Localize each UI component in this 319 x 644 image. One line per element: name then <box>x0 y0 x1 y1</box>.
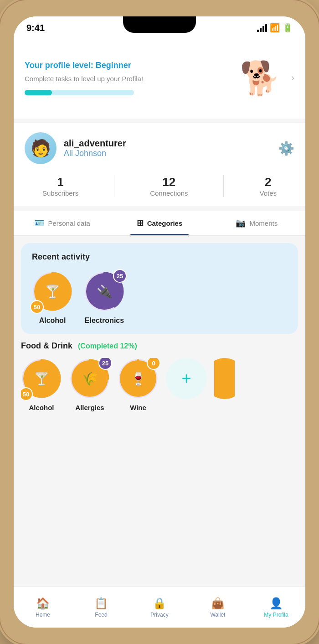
alcohol-badge: 50 <box>30 300 44 314</box>
stat-votes-value: 2 <box>259 175 277 189</box>
scroll-area: Your profile level: Beginner Complete ta… <box>14 39 305 587</box>
food-circle-alcohol: 🍸 50 <box>21 358 62 399</box>
avatar-emoji: 🧑 <box>31 139 51 158</box>
food-items: 🍸 50 Alcohol 🌾 25 <box>21 358 298 411</box>
nav-my-profila[interactable]: 👤 My Profila <box>247 587 305 628</box>
profile-names: ali_adventurer Ali Johnson <box>64 138 278 158</box>
stat-subscribers[interactable]: 1 Subscribers <box>42 175 78 197</box>
stat-divider-2 <box>223 175 224 197</box>
bottom-spacer <box>14 419 305 428</box>
activity-item-electronics[interactable]: 🔌 25 Electronics <box>84 271 125 325</box>
electronics-label: Electronics <box>85 317 124 325</box>
recent-activity-section: Recent activity 🍸 50 Alcohol <box>21 243 298 334</box>
electronics-badge: 25 <box>113 269 127 283</box>
tab-categories[interactable]: ⊞ Categories <box>111 211 208 235</box>
food-add-item[interactable]: + <box>166 358 207 411</box>
banner-text: Your profile level: Beginner Complete ta… <box>25 61 233 95</box>
nav-home[interactable]: 🏠 Home <box>14 587 72 628</box>
activity-item-alcohol[interactable]: 🍸 50 Alcohol <box>32 271 73 325</box>
tab-personal-data[interactable]: 🪪 Personal data <box>14 211 111 235</box>
food-title: Food & Drink <box>21 341 72 351</box>
phone-frame: 9:41 📶 🔋 Your profile level: Be <box>0 0 319 644</box>
categories-icon: ⊞ <box>137 218 144 228</box>
status-time: 9:41 <box>26 23 45 33</box>
stat-votes-label: Votes <box>259 189 277 197</box>
phone-screen: 9:41 📶 🔋 Your profile level: Be <box>14 16 305 628</box>
nav-privacy[interactable]: 🔒 Privacy <box>130 587 189 628</box>
food-drink-section: Food & Drink (Completed 12%) 🍸 50 <box>14 341 305 419</box>
wallet-icon: 👜 <box>211 597 225 610</box>
stat-connections[interactable]: 12 Connections <box>150 175 188 197</box>
wine-label: Wine <box>130 404 146 411</box>
nav-feed-label: Feed <box>95 612 107 618</box>
stat-subscribers-label: Subscribers <box>42 189 78 197</box>
food-circle-partial <box>214 358 235 399</box>
personal-data-icon: 🪪 <box>34 218 44 228</box>
avatar: 🧑 <box>25 132 57 164</box>
food-header: Food & Drink (Completed 12%) <box>21 341 298 351</box>
moments-icon: 📷 <box>236 218 246 228</box>
banner-level-value: Beginner <box>96 61 131 70</box>
partial-inner <box>214 358 235 399</box>
recent-activity-title: Recent activity <box>32 252 287 262</box>
profile-username: ali_adventurer <box>64 138 278 149</box>
food-completed-badge: (Completed 12%) <box>78 342 137 350</box>
status-icons: 📶 🔋 <box>257 23 293 33</box>
food-circle-wine: 🍷 0 <box>118 358 159 399</box>
banner-description: Complete tasks to level up your Profila! <box>25 74 233 83</box>
add-icon: + <box>181 369 191 388</box>
stat-divider-1 <box>114 175 114 197</box>
signal-bars-icon <box>257 24 267 32</box>
activity-circle-electronics: 🔌 25 <box>84 271 125 312</box>
settings-icon[interactable]: ⚙️ <box>278 141 294 156</box>
add-category-button[interactable]: + <box>166 358 207 399</box>
progress-bar-fill <box>25 90 52 95</box>
nav-home-label: Home <box>36 612 50 618</box>
profile-header: 🧑 ali_adventurer Ali Johnson ⚙️ <box>25 132 294 164</box>
allergies-label: Allergies <box>75 404 104 411</box>
banner-dog-image: 🐕 <box>233 48 288 108</box>
tabs: 🪪 Personal data ⊞ Categories 📷 Moments <box>14 211 305 236</box>
nav-my-profila-label: My Profila <box>264 612 288 618</box>
nav-wallet-label: Wallet <box>211 612 226 618</box>
banner-arrow-icon[interactable]: › <box>291 72 294 84</box>
privacy-icon: 🔒 <box>153 597 166 610</box>
profile-section: 🧑 ali_adventurer Ali Johnson ⚙️ 1 Subscr… <box>14 123 305 206</box>
profile-stats: 1 Subscribers 12 Connections 2 Votes <box>25 175 294 197</box>
food-alcohol-label: Alcohol <box>29 404 54 411</box>
alcohol-label: Alcohol <box>39 317 66 325</box>
activity-circle-alcohol: 🍸 50 <box>32 271 73 312</box>
home-icon: 🏠 <box>36 597 50 610</box>
food-item-partial <box>214 358 235 411</box>
banner-level: Your profile level: Beginner <box>25 61 233 70</box>
food-item-wine[interactable]: 🍷 0 Wine <box>118 358 159 411</box>
stat-connections-value: 12 <box>150 175 188 189</box>
profile-banner: Your profile level: Beginner Complete ta… <box>14 39 305 119</box>
tab-moments[interactable]: 📷 Moments <box>208 211 305 235</box>
food-item-allergies[interactable]: 🌾 25 Allergies <box>69 358 110 411</box>
activity-items: 🍸 50 Alcohol 🔌 25 <box>32 271 287 325</box>
notch <box>123 16 196 33</box>
food-item-alcohol[interactable]: 🍸 50 Alcohol <box>21 358 62 411</box>
tab-categories-label: Categories <box>147 219 183 227</box>
nav-wallet[interactable]: 👜 Wallet <box>189 587 247 628</box>
profile-fullname: Ali Johnson <box>64 149 278 158</box>
bottom-nav: 🏠 Home 📋 Feed 🔒 Privacy 👜 Wallet 👤 My Pr… <box>14 587 305 628</box>
tab-personal-data-label: Personal data <box>48 219 90 227</box>
tab-moments-label: Moments <box>249 219 278 227</box>
wifi-icon: 📶 <box>270 23 280 33</box>
dog-emoji: 🐕 <box>240 59 281 98</box>
stat-connections-label: Connections <box>150 189 188 197</box>
stat-subscribers-value: 1 <box>42 175 78 189</box>
feed-icon: 📋 <box>94 597 108 610</box>
battery-icon: 🔋 <box>283 23 293 33</box>
banner-level-static: Your profile level: <box>25 61 93 70</box>
progress-bar-background <box>25 90 134 95</box>
stat-votes[interactable]: 2 Votes <box>259 175 277 197</box>
nav-privacy-label: Privacy <box>150 612 168 618</box>
food-circle-allergies: 🌾 25 <box>69 358 110 399</box>
my-profila-icon: 👤 <box>269 597 283 610</box>
nav-feed[interactable]: 📋 Feed <box>72 587 130 628</box>
